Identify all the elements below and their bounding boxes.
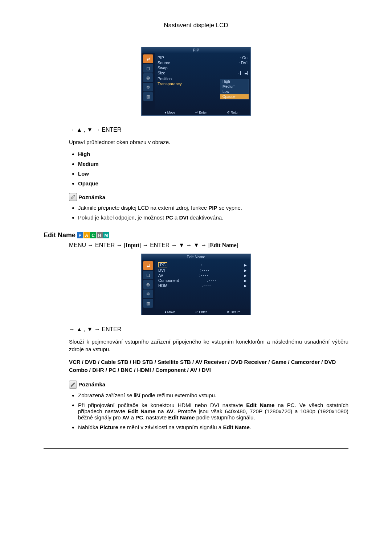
osd-pip-menu: PIP ⇄ ▢ ◎ ⚙ ▥ PIP: On Source: DVI Swap S…	[141, 47, 251, 116]
osd-footer-enter: ↵ Enter	[195, 310, 207, 314]
osd-row-label: Transparancy	[158, 82, 182, 86]
osd-item: AV	[158, 273, 163, 278]
osd-title: PIP	[142, 47, 250, 53]
badge-c: C	[90, 232, 96, 238]
osd-icon-setup: ⚙	[143, 83, 153, 91]
osd-icon-multi: ▥	[143, 92, 153, 101]
osd-icon-picture: ▢	[143, 64, 153, 73]
note-icon	[69, 193, 77, 201]
osd-item: Component	[158, 278, 179, 283]
description: Slouží k pojmenování vstupního zařízení …	[69, 338, 348, 353]
osd-row-label: Source	[158, 61, 170, 65]
osd-editname-menu: Edit Name ⇄ ▢ ◎ ⚙ ▥ PC: - - - -▶ DVI: - …	[141, 254, 251, 315]
osd-title: Edit Name	[142, 254, 250, 260]
osd-icon-setup: ⚙	[143, 290, 153, 298]
osd-row-label: Size	[158, 71, 165, 76]
list-item: Medium	[78, 161, 348, 167]
osd-footer-return: ↺ Return	[227, 111, 241, 114]
arrow-right-icon: ▶	[244, 274, 247, 278]
arrow-right-icon: ▶	[244, 279, 247, 283]
osd-footer-move: ♦ Move	[165, 310, 175, 314]
size-icon	[240, 71, 248, 75]
osd-icon-multi: ▥	[143, 299, 153, 308]
osd-dropdown: High Medium Low Opaque	[220, 79, 249, 99]
nav-instruction: → ▲ , ▼ → ENTER	[69, 127, 348, 133]
list-item: Při připojování počítače ke konektoru HD…	[78, 402, 348, 420]
osd-row-label: PIP	[158, 56, 164, 60]
osd-icon-sound: ◎	[143, 280, 153, 289]
badge-h: H	[97, 232, 103, 238]
option-list: High Medium Low Opaque	[69, 151, 348, 186]
note-icon	[69, 381, 77, 389]
osd-option: Low	[220, 89, 249, 94]
osd-icon-picture: ▢	[143, 271, 153, 279]
osd-row-value: : On	[240, 56, 248, 60]
mode-badges: P A C H M	[77, 232, 109, 238]
badge-a: A	[83, 232, 90, 238]
footer-rule	[44, 448, 348, 449]
osd-item-value: : - - - -	[207, 279, 216, 282]
osd-footer: ♦ Move ↵ Enter ↺ Return	[142, 309, 250, 315]
osd-item-value: : - - - -	[199, 274, 208, 277]
menu-path: MENU → ENTER → [Input] → ENTER → ▼ → ▼ →…	[69, 242, 348, 249]
osd-footer-enter: ↵ Enter	[195, 111, 207, 114]
osd-row-value: :	[238, 71, 248, 76]
osd-footer-move: ♦ Move	[165, 111, 175, 114]
osd-item-value: : - - - -	[202, 284, 211, 287]
osd-footer: ♦ Move ↵ Enter ↺ Return	[142, 110, 250, 115]
page-title: Nastavení displeje LCD	[44, 22, 348, 32]
note-list: Zobrazená zařízení se liší podle režimu …	[69, 392, 348, 430]
badge-m: M	[103, 232, 109, 238]
list-item: Pokud je kabel odpojen, je možnost PC a …	[78, 214, 348, 221]
osd-option: High	[220, 79, 249, 84]
osd-row-value: : DVI	[239, 61, 248, 65]
osd-item-value: : - - - -	[200, 268, 209, 272]
list-item: Zobrazená zařízení se liší podle režimu …	[78, 392, 348, 398]
osd-row-label: Swap	[158, 66, 168, 70]
osd-sidebar-icons: ⇄ ▢ ◎ ⚙ ▥	[142, 260, 155, 309]
badge-p: P	[77, 232, 83, 238]
description: Upraví průhlednost oken obrazu v obraze.	[69, 138, 348, 146]
osd-item: HDMI	[158, 283, 168, 288]
note-label: Poznámka	[78, 194, 105, 200]
note-list: Jakmile přepnete displej LCD na externí …	[69, 205, 348, 221]
list-item: Jakmile přepnete displej LCD na externí …	[78, 205, 348, 211]
list-item: Opaque	[78, 180, 348, 186]
list-item: High	[78, 151, 348, 157]
osd-footer-return: ↺ Return	[227, 310, 241, 314]
device-list: VCR / DVD / Cable STB / HD STB / Satelli…	[69, 358, 348, 374]
list-item: Low	[78, 171, 348, 177]
osd-item: DVI	[158, 268, 165, 272]
osd-icon-sound: ◎	[143, 73, 153, 82]
osd-item-value: : - - - -	[201, 263, 210, 267]
osd-option: Medium	[220, 84, 249, 89]
osd-row-label: Position	[158, 77, 172, 81]
arrow-right-icon: ▶	[244, 263, 247, 267]
osd-sidebar-icons: ⇄ ▢ ◎ ⚙ ▥	[142, 53, 155, 110]
osd-icon-input: ⇄	[143, 54, 153, 63]
osd-item: PC	[158, 262, 167, 267]
nav-instruction: → ▲ , ▼ → ENTER	[69, 326, 348, 333]
arrow-right-icon: ▶	[244, 284, 247, 288]
osd-icon-input: ⇄	[143, 261, 153, 270]
osd-option-selected: Opaque	[220, 94, 249, 99]
list-item: Nabídka Picture se mění v závislosti na …	[78, 424, 348, 430]
arrow-right-icon: ▶	[244, 268, 247, 272]
section-heading: Edit Name P A C H M	[44, 231, 348, 239]
note-label: Poznámka	[78, 381, 105, 387]
